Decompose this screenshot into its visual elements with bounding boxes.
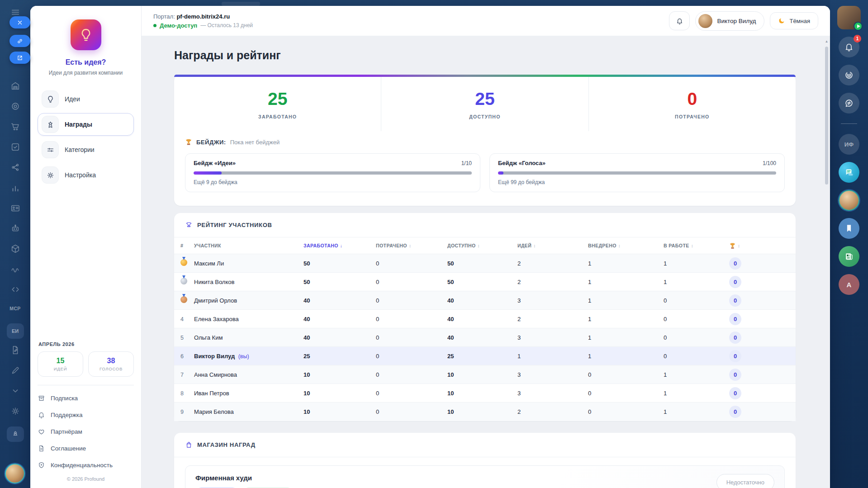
user-chip[interactable]: Виктор Вилуд <box>695 11 764 31</box>
table-row[interactable]: Никита Волков500502110 <box>174 273 796 291</box>
tasks-icon[interactable] <box>10 142 20 152</box>
sign-icon[interactable] <box>10 365 20 375</box>
notifications-button[interactable]: 1 <box>839 37 859 57</box>
open-in-new-button[interactable] <box>9 52 30 64</box>
cell-available: 40 <box>447 297 517 304</box>
column-label: ЗАРАБОТАНО <box>304 243 338 248</box>
rank-number: 9 <box>180 409 184 415</box>
sidebar-item-награды[interactable]: Награды <box>38 113 134 136</box>
sort-icon: ↕ <box>409 243 411 248</box>
column-header-8[interactable]: ↕ <box>729 242 789 249</box>
column-label: ВНЕДРЕНО <box>588 243 617 248</box>
boost-tile[interactable] <box>7 426 24 442</box>
sidebar-item-категории[interactable]: Категории <box>38 138 134 161</box>
automation-icon[interactable] <box>10 223 20 233</box>
table-row[interactable]: 9Мария Белова100102010 <box>174 403 796 421</box>
redeem-button[interactable]: Недостаточно <box>716 474 774 488</box>
sidebar-item-идеи[interactable]: Идеи <box>38 88 134 110</box>
shop-item: Фирменная худи 100 баллов Осталось: 200 … <box>185 465 785 488</box>
sidebar-link-shield[interactable]: Конфиденциальность <box>38 457 134 474</box>
sidebar-link-label: Партнёрам <box>51 428 82 435</box>
points-stat-0: 25ЗАРАБОТАНО <box>174 77 381 131</box>
table-row[interactable]: 8Иван Петров100103010 <box>174 384 796 403</box>
package-icon[interactable] <box>10 244 20 254</box>
sidebar-link-archive[interactable]: Подписка <box>38 390 134 407</box>
pulse-button[interactable] <box>839 65 859 85</box>
documents-icon[interactable] <box>10 345 20 355</box>
cell-spent: 0 <box>376 260 447 267</box>
awards-pill: 0 <box>729 369 741 381</box>
sidebar-link-heart[interactable]: Партнёрам <box>38 423 134 440</box>
close-icon <box>17 19 23 26</box>
chat-if[interactable]: ИФ <box>839 134 859 155</box>
rank-cell <box>180 296 194 304</box>
rank-cell: 4 <box>180 316 194 322</box>
theme-toggle-button[interactable]: Тёмная <box>770 12 818 29</box>
column-header-7[interactable]: В РАБОТЕ↕ <box>664 243 729 248</box>
app-tile-active[interactable]: ЕИ <box>7 323 24 339</box>
month-stat-0[interactable]: 15ИДЕЙ <box>38 351 83 377</box>
crm-icon[interactable] <box>10 101 20 111</box>
month-stats: 15ИДЕЙ38ГОЛОСОВ <box>38 351 134 377</box>
rank-cell: 5 <box>180 334 194 341</box>
notifications-button[interactable] <box>669 11 690 30</box>
medal-silver-icon <box>180 278 187 284</box>
window-scrollbar[interactable]: ▲ <box>825 38 829 488</box>
messenger-button[interactable] <box>839 162 859 183</box>
scrollbar-thumb[interactable] <box>825 47 828 185</box>
contacts-icon[interactable] <box>10 203 20 213</box>
theme-label: Тёмная <box>789 18 810 24</box>
scroll-up-arrow[interactable]: ▲ <box>825 38 829 45</box>
video-avatar[interactable] <box>837 6 861 29</box>
cell-earned: 40 <box>304 316 376 322</box>
table-row[interactable]: 6Виктор Вилуд (вы)250251100 <box>174 347 796 365</box>
shop-icon[interactable] <box>10 122 20 132</box>
window-tab-handle <box>222 2 260 6</box>
awards-pill: 0 <box>729 276 741 288</box>
menu-icon[interactable] <box>10 7 20 17</box>
month-stat-1[interactable]: 38ГОЛОСОВ <box>88 351 134 377</box>
chat-transfer-button[interactable] <box>839 93 859 114</box>
cell-implemented: 1 <box>588 297 664 304</box>
table-row[interactable]: 7Анна Смирнова100103010 <box>174 365 796 384</box>
table-row[interactable]: 5Ольга Ким400403100 <box>174 328 796 347</box>
flows-icon[interactable] <box>10 264 20 274</box>
analytics-icon[interactable] <box>10 183 20 193</box>
demo-access-line: Демо-доступ — Осталось 13 дней <box>153 22 253 29</box>
table-row[interactable]: Дмитрий Орлов400403100 <box>174 291 796 310</box>
doc-icon <box>38 445 45 452</box>
column-header-5[interactable]: ИДЕЙ↕ <box>517 243 588 248</box>
mcp-item[interactable]: МСР <box>9 305 20 312</box>
cell-awards: 0 <box>729 406 789 418</box>
sort-icon: ↕ <box>478 243 480 248</box>
company-icon[interactable] <box>10 81 20 91</box>
sidebar-link-doc[interactable]: Соглашение <box>38 440 134 457</box>
column-label: # <box>180 243 183 248</box>
column-header-3[interactable]: ПОТРАЧЕНО↕ <box>376 243 447 248</box>
cell-implemented: 1 <box>588 260 664 267</box>
column-header-6[interactable]: ВНЕДРЕНО↕ <box>588 243 664 248</box>
settings-icon[interactable] <box>10 406 20 416</box>
news-button[interactable] <box>839 246 859 267</box>
sidebar-link-bell[interactable]: Поддержка <box>38 407 134 423</box>
more-icon[interactable] <box>10 386 20 396</box>
column-header-2[interactable]: ЗАРАБОТАНО↓ <box>304 243 376 248</box>
sort-icon: ↕ <box>691 243 693 248</box>
sidebar-item-настройка[interactable]: Настройка <box>38 164 134 186</box>
table-row[interactable]: 4Елена Захарова400402100 <box>174 310 796 328</box>
copy-link-button[interactable] <box>9 35 30 47</box>
column-header-4[interactable]: ДОСТУПНО↕ <box>447 243 517 248</box>
developer-icon[interactable] <box>10 284 20 294</box>
close-window-button[interactable] <box>9 16 30 28</box>
app-title: Есть идея? <box>38 58 134 66</box>
page-content: Награды и рейтинг 25ЗАРАБОТАНО25ДОСТУПНО… <box>142 36 830 488</box>
app-window: Есть идея? Идеи для развития компании Ид… <box>30 6 830 488</box>
saved-button[interactable] <box>839 218 859 239</box>
network-icon[interactable] <box>10 162 20 172</box>
contact-avatar[interactable] <box>839 190 859 211</box>
table-row[interactable]: Максим Ли500502110 <box>174 254 796 273</box>
play-icon <box>854 22 863 31</box>
badge-progressbar <box>194 171 472 175</box>
chat-a[interactable]: A <box>839 274 859 295</box>
assistant-avatar[interactable] <box>5 464 25 483</box>
